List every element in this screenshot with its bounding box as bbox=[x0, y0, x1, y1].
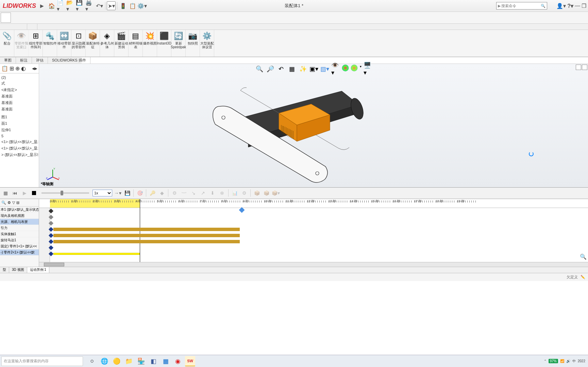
feature-tree[interactable]: 📋 ⊞ ⊕ ◐ ◀▶ (2)式<未指定>基准面基准面基准面图1面1拉伸15<1>… bbox=[0, 64, 39, 187]
tray-up-icon[interactable]: ⌃ bbox=[544, 359, 547, 363]
ribbon-线性零部件阵列[interactable]: ⊞线性零部件阵列 bbox=[29, 30, 43, 57]
new-icon[interactable]: 📄▾ bbox=[57, 1, 66, 10]
tree-item[interactable]: 基准面 bbox=[1, 106, 38, 112]
stop-button[interactable] bbox=[30, 189, 38, 197]
zoom-fit-timeline-icon[interactable]: 🔍 bbox=[579, 252, 587, 261]
tree-item[interactable]: 基准面 bbox=[1, 93, 38, 100]
print-icon[interactable]: 🖨️▾ bbox=[85, 1, 94, 10]
timeline-tracks[interactable]: 0 秒1 秒2 秒3 秒4 秒5 秒6 秒7 秒8 秒9 秒10 秒11 秒12… bbox=[39, 199, 588, 267]
taskbar-search[interactable]: 在这里输入你要搜索的内容 bbox=[1, 356, 83, 366]
battery-icon[interactable]: 97% bbox=[549, 359, 558, 363]
tree-item[interactable]: <1> (默认<<默认>_显示 bbox=[1, 145, 38, 152]
save-anim-button[interactable]: 💾 bbox=[123, 189, 131, 197]
timeline-row[interactable]: -) 零件2<1> (默认<<默 bbox=[0, 249, 39, 256]
calc-button[interactable]: ▦ bbox=[1, 189, 10, 197]
play-start-button[interactable]: ⏮ bbox=[11, 189, 19, 197]
scene-icon[interactable] bbox=[351, 65, 358, 71]
ribbon-Instant3D[interactable]: ⬛Instant3D bbox=[157, 30, 171, 57]
motor-button[interactable]: ⚙ bbox=[170, 189, 179, 197]
zoom-fit-icon[interactable]: 🔍 bbox=[255, 65, 264, 73]
user-icon[interactable]: 👤▾ bbox=[556, 3, 566, 9]
ribbon-装配体特征[interactable]: 📦装配体特征 bbox=[86, 30, 100, 57]
sim-button-2[interactable]: 📦 bbox=[262, 189, 270, 197]
appearance-icon[interactable] bbox=[342, 65, 349, 71]
play-button[interactable]: ▶ bbox=[20, 189, 29, 197]
ribbon-配合[interactable]: 📎配合 bbox=[0, 30, 14, 57]
home-icon[interactable]: 🏠 bbox=[47, 1, 56, 10]
timeline-row[interactable]: 现向及相机视图 bbox=[0, 213, 39, 219]
autokey-button[interactable]: ◆ bbox=[158, 189, 166, 197]
tree-filter-icon[interactable]: 📋 bbox=[1, 65, 8, 72]
tree-item[interactable]: > (默认<<默认>_显示状 bbox=[1, 152, 38, 158]
render-icon[interactable]: 🖥️▾ bbox=[364, 65, 372, 73]
tree-item[interactable]: (2) bbox=[1, 75, 38, 80]
settings-icon[interactable]: ⚙️▾ bbox=[138, 1, 147, 10]
wifi-icon[interactable]: 📶 bbox=[560, 359, 564, 363]
ribbon-大型装配体设置[interactable]: ⚙️大型装配体设置 bbox=[200, 30, 214, 57]
results-button[interactable]: 📊 bbox=[231, 189, 239, 197]
ribbon-爆炸视图[interactable]: 💥爆炸视图 bbox=[143, 30, 157, 57]
speed-select[interactable]: 1x bbox=[93, 190, 112, 196]
viewport-ctrl-2[interactable] bbox=[582, 65, 587, 70]
prev-view-icon[interactable]: ↶ bbox=[277, 65, 286, 73]
tree-item[interactable]: <未指定> bbox=[1, 87, 38, 93]
ribbon-新建运动算例[interactable]: 🎬新建运动算例 bbox=[114, 30, 129, 57]
tree-nav-icon[interactable]: ◀▶ bbox=[32, 67, 37, 70]
document-tab[interactable] bbox=[1, 13, 11, 23]
motion-settings-button[interactable]: ⚙ bbox=[240, 189, 248, 197]
volume-icon[interactable]: 🔊 bbox=[566, 359, 570, 363]
scene-drop-icon[interactable]: ▾ bbox=[360, 65, 362, 73]
dynamic-icon[interactable]: ✨ bbox=[299, 65, 307, 73]
timeline-row[interactable]: 引力 bbox=[0, 225, 39, 231]
bottom-tab-型[interactable]: 型 bbox=[0, 267, 9, 273]
ime-icon[interactable]: 中 bbox=[572, 359, 576, 364]
maximize-icon[interactable]: ❐ bbox=[582, 3, 586, 9]
section-view-icon[interactable]: ▦ bbox=[288, 65, 297, 73]
ribbon-显示隐藏的零部件[interactable]: ⊡显示隐藏的零部件 bbox=[71, 30, 86, 57]
system-tray[interactable]: ⌃ 97% 📶 🔊 中 2022 bbox=[544, 359, 588, 364]
app-icon-1[interactable]: ◧ bbox=[148, 356, 158, 366]
edit-icon[interactable]: ✏️ bbox=[581, 275, 585, 279]
timeline-row[interactable]: 固定) 零件1<1> (默认<< bbox=[0, 243, 39, 249]
sim-button-1[interactable]: 📦 bbox=[253, 189, 261, 197]
date-text[interactable]: 2022 bbox=[578, 359, 585, 363]
store-icon[interactable]: 🏪 bbox=[136, 356, 146, 366]
anim-wizard-button[interactable]: 🎯 bbox=[136, 189, 144, 197]
minimize-icon[interactable]: — bbox=[575, 3, 580, 9]
open-icon[interactable]: 📂▾ bbox=[66, 1, 75, 10]
view-orient-icon[interactable]: ▣▾ bbox=[309, 65, 318, 73]
tab-草图[interactable]: 草图 bbox=[0, 57, 16, 64]
tree-prop-icon[interactable]: ⊞ bbox=[10, 65, 14, 72]
sim-button-3[interactable]: 📦▾ bbox=[272, 189, 280, 197]
timeline-row[interactable]: 本1 (默认<默认_显示状态 bbox=[0, 207, 39, 213]
damper-button[interactable]: ⊗ bbox=[218, 189, 226, 197]
timeline-hscroll[interactable] bbox=[39, 262, 588, 267]
app-icon-3[interactable]: ◉ bbox=[173, 356, 183, 366]
ribbon-拍快照[interactable]: 📷拍快照 bbox=[186, 30, 200, 57]
ribbon-移动零部件[interactable]: ↔️移动零部件 bbox=[57, 30, 71, 57]
search-input[interactable] bbox=[501, 4, 541, 8]
timeline-row[interactable]: 光源、相机与布景 bbox=[0, 219, 39, 225]
tree-item[interactable]: 面1 bbox=[1, 120, 38, 127]
timeline-tree[interactable]: 🔍 ⚙ ▽ ⊟ 本1 (默认<默认_显示状态现向及相机视图光源、相机与布景引力实… bbox=[0, 199, 39, 267]
tl-funnel-icon[interactable]: ▽ bbox=[12, 200, 15, 205]
tree-item[interactable]: 基准面 bbox=[1, 100, 38, 106]
help-icon[interactable]: ?▾ bbox=[567, 3, 573, 9]
timeline-ruler[interactable]: 0 秒1 秒2 秒3 秒4 秒5 秒6 秒7 秒8 秒9 秒10 秒11 秒12… bbox=[39, 199, 588, 208]
cortana-icon[interactable]: ○ bbox=[87, 356, 97, 366]
search-go-icon[interactable]: 🔍 bbox=[541, 4, 545, 8]
force-button[interactable]: ↗ bbox=[199, 189, 207, 197]
timeline-row[interactable]: 实体接触1 bbox=[0, 231, 39, 237]
tree-target-icon[interactable]: ⊕ bbox=[15, 65, 20, 72]
ribbon-参考几何体[interactable]: ◈参考几何体 bbox=[100, 30, 114, 57]
solidworks-icon[interactable]: SW bbox=[185, 356, 195, 366]
app-icon-2[interactable]: ▦ bbox=[161, 356, 171, 366]
contact-button[interactable]: ↘ bbox=[189, 189, 198, 197]
viewport-ctrl-1[interactable] bbox=[576, 65, 581, 70]
undo-icon[interactable]: ↶▾ bbox=[95, 1, 104, 10]
tree-item[interactable]: 式 bbox=[1, 80, 38, 87]
tree-item[interactable]: <1> (默认<<默认>_显示 bbox=[1, 139, 38, 145]
tree-item[interactable]: 5 bbox=[1, 133, 38, 139]
display-style-icon[interactable]: ▧▾ bbox=[320, 65, 329, 73]
tl-filter-icon[interactable]: 🔍 bbox=[1, 200, 6, 205]
